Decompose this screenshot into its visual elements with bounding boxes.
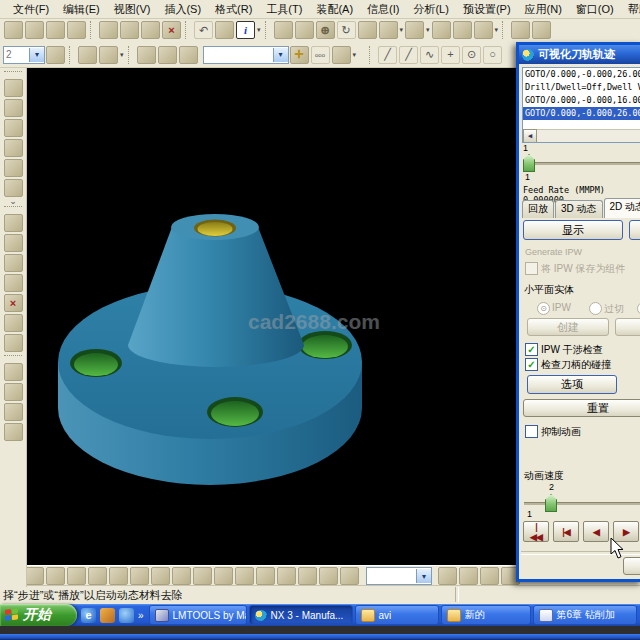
- cad-tool-icon[interactable]: [67, 567, 86, 585]
- cad-tool-icon[interactable]: [214, 567, 233, 585]
- cad-tool-icon[interactable]: [4, 403, 23, 421]
- studio-view-icon[interactable]: [453, 21, 472, 39]
- menu-assembly[interactable]: 装配(A): [309, 1, 360, 18]
- cad-tool-icon[interactable]: [340, 567, 359, 585]
- progress-slider-track[interactable]: [524, 162, 640, 165]
- shaded-view-icon[interactable]: [379, 21, 398, 39]
- menu-tools[interactable]: 工具(T): [259, 1, 309, 18]
- menu-insert[interactable]: 插入(S): [157, 1, 208, 18]
- cad-tool-icon[interactable]: [480, 567, 499, 585]
- combo-arrow-icon[interactable]: ▾: [273, 48, 288, 62]
- rotate-view-icon[interactable]: ↻: [337, 21, 356, 39]
- cad-tool-icon[interactable]: [151, 567, 170, 585]
- options-button[interactable]: 选项: [527, 375, 617, 394]
- toolpath-list-item[interactable]: Drill/Dwell=Off,Dwell Valu: [523, 81, 640, 94]
- new-file-icon[interactable]: [4, 21, 23, 39]
- cad-tool-icon[interactable]: [4, 423, 23, 441]
- cad-tool-icon[interactable]: [256, 567, 275, 585]
- face-analysis-icon[interactable]: [474, 21, 493, 39]
- undo-icon[interactable]: ↶: [194, 21, 213, 39]
- menu-analysis[interactable]: 分析(L): [406, 1, 455, 18]
- tab-3d-dynamic[interactable]: 3D 动态: [555, 200, 603, 218]
- toolpath-list-item[interactable]: GOTO/0.000,-0.000,16.000: [523, 94, 640, 107]
- dropdown-arrow-icon[interactable]: ▾: [353, 51, 357, 59]
- menu-information[interactable]: 信息(I): [360, 1, 406, 18]
- task-nx3[interactable]: NX 3 - Manufa...: [249, 605, 353, 625]
- cad-tool-icon[interactable]: [4, 119, 23, 137]
- cad-tool-icon[interactable]: [4, 159, 23, 177]
- tool-combo[interactable]: ▾: [366, 567, 432, 585]
- cad-tool-icon[interactable]: [4, 234, 23, 252]
- toolpath-list[interactable]: GOTO/0.000,-0.000,26.000 Drill/Dwell=Off…: [522, 67, 640, 143]
- cad-tool-icon[interactable]: [4, 214, 23, 232]
- cad-tool-icon[interactable]: [235, 567, 254, 585]
- clipped-create-button[interactable]: [615, 318, 640, 336]
- copy-icon[interactable]: [120, 21, 139, 39]
- list-horizontal-scrollbar[interactable]: ◀: [523, 129, 640, 142]
- create-button[interactable]: 创建: [527, 318, 609, 336]
- cad-tool-icon[interactable]: [88, 567, 107, 585]
- speed-slider-track[interactable]: [524, 502, 640, 505]
- tab-2d-dynamic[interactable]: 2D 动态: [604, 198, 640, 218]
- scroll-left-icon[interactable]: ◀: [523, 129, 537, 143]
- line-icon[interactable]: ╱: [378, 46, 397, 64]
- step-back-button[interactable]: |◀: [553, 521, 579, 542]
- redo-icon[interactable]: [215, 21, 234, 39]
- play-backward-button[interactable]: ◀: [583, 521, 609, 542]
- cad-tool-icon[interactable]: [459, 567, 478, 585]
- quick-launch-ie-icon[interactable]: e: [81, 608, 96, 623]
- overcut-radio[interactable]: [589, 302, 602, 315]
- orient-view-icon[interactable]: [511, 21, 530, 39]
- selection-scope-combo[interactable]: ▾: [203, 46, 289, 64]
- quick-launch-overflow-icon[interactable]: »: [138, 610, 144, 621]
- menu-edit[interactable]: 编辑(E): [56, 1, 107, 18]
- dimension-icon[interactable]: ooo: [311, 46, 330, 64]
- block-icon[interactable]: [179, 46, 198, 64]
- cad-tool-icon[interactable]: [4, 334, 23, 352]
- task-chapter6-doc[interactable]: 第6章 钻削加: [533, 605, 637, 625]
- cad-tool-icon[interactable]: [193, 567, 212, 585]
- print-icon[interactable]: [67, 21, 86, 39]
- quick-launch-icon[interactable]: [119, 608, 134, 623]
- toolpath-list-item[interactable]: GOTO/0.000,-0.000,26.000: [523, 68, 640, 81]
- wireframe-view-icon[interactable]: [405, 21, 424, 39]
- circle-icon[interactable]: ○: [483, 46, 502, 64]
- hidden-edges-view-icon[interactable]: [432, 21, 451, 39]
- task-lmtools[interactable]: LMTOOLS by Ma...: [149, 605, 247, 625]
- cad-tool-icon[interactable]: [109, 567, 128, 585]
- circle-center-icon[interactable]: ⊙: [462, 46, 481, 64]
- start-button[interactable]: 开始: [0, 604, 77, 626]
- progress-slider-thumb[interactable]: [523, 154, 535, 172]
- dropdown-arrow-icon[interactable]: ▾: [400, 26, 404, 34]
- paste-icon[interactable]: [141, 21, 160, 39]
- cad-tool-icon[interactable]: [298, 567, 317, 585]
- dropdown-arrow-icon[interactable]: ▾: [257, 26, 261, 34]
- menu-file[interactable]: 文件(F): [6, 1, 56, 18]
- point-constructor-icon[interactable]: ✛: [290, 46, 309, 64]
- cad-tool-icon[interactable]: [172, 567, 191, 585]
- cad-tool-icon[interactable]: [438, 567, 457, 585]
- toolbar-handle[interactable]: [4, 71, 22, 76]
- dropdown-arrow-icon[interactable]: ▾: [120, 51, 124, 59]
- cad-tool-icon[interactable]: [4, 383, 23, 401]
- holder-collision-checkbox[interactable]: ✓: [525, 358, 538, 371]
- menu-preferences[interactable]: 预设置(P): [456, 1, 518, 18]
- open-file-icon[interactable]: [25, 21, 44, 39]
- quick-launch-icon[interactable]: [100, 608, 115, 623]
- cad-tool-icon[interactable]: [4, 79, 23, 97]
- cad-tool-icon[interactable]: [130, 567, 149, 585]
- zoom-icon[interactable]: ⊕: [316, 21, 335, 39]
- cad-tool-icon[interactable]: [4, 179, 23, 197]
- cad-tool-icon[interactable]: [25, 567, 44, 585]
- cad-delete-tool-icon[interactable]: ×: [4, 294, 23, 312]
- line-at-angle-icon[interactable]: ╱: [399, 46, 418, 64]
- fit-view-icon[interactable]: [274, 21, 293, 39]
- toolbar-overflow-icon[interactable]: ⌄: [9, 198, 17, 204]
- menu-format[interactable]: 格式(R): [208, 1, 259, 18]
- cad-tool-icon[interactable]: [277, 567, 296, 585]
- cad-tool-icon[interactable]: [4, 254, 23, 272]
- task-new-folder[interactable]: 新的: [441, 605, 531, 625]
- snap-point-icon[interactable]: [99, 46, 118, 64]
- task-avi-folder[interactable]: avi: [355, 605, 439, 625]
- curve-tool-icon[interactable]: [332, 46, 351, 64]
